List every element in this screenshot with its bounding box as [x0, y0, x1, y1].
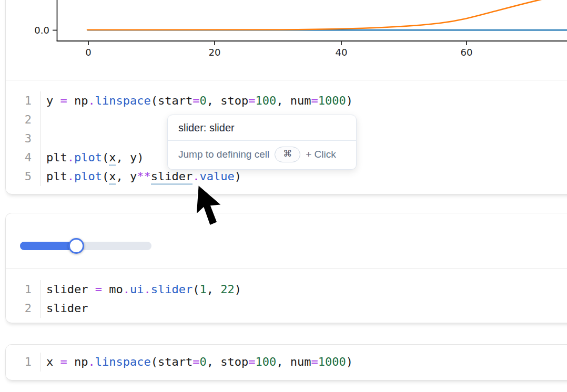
x-tick-label: 40: [336, 47, 348, 58]
cross-cell-reference[interactable]: slider: [151, 170, 193, 185]
plot-output: 0.0 0 20 40 60: [6, 0, 567, 68]
code-token: 1000: [318, 355, 346, 368]
x-tick-label: 60: [461, 47, 473, 58]
code-editor[interactable]: 1slider = mo.ui.slider(1, 22)2slider: [6, 269, 567, 318]
slider-widget[interactable]: [20, 238, 151, 254]
line-number: 1: [6, 353, 40, 372]
code-token: 100: [255, 94, 276, 107]
code-token: mo: [102, 283, 123, 296]
code-token: =: [311, 355, 318, 368]
code-token: , y: [116, 170, 137, 183]
code-token: .: [193, 170, 199, 183]
jump-to-cell-label[interactable]: Jump to defining cell: [178, 149, 269, 160]
y-tick-label: 0.0: [34, 25, 49, 36]
cell-x-definition: 1x = np.linspace(start=0, stop=100, num=…: [5, 344, 567, 380]
code-text: plt.plot(x, y**slider.value): [40, 167, 241, 186]
code-token: , num: [276, 355, 311, 368]
code-token: 1: [199, 283, 206, 296]
code-token: , stop: [207, 94, 248, 107]
code-text: plt.plot(x, y): [40, 148, 144, 167]
code-token: , num: [276, 94, 311, 107]
code-token: plt: [46, 170, 67, 183]
code-token: slider: [151, 283, 193, 296]
code-token: ui: [130, 283, 144, 296]
slider-fill: [20, 242, 73, 250]
code-token: (: [193, 283, 199, 296]
slider-thumb[interactable]: [68, 238, 84, 254]
notebook-canvas: 0.0 0 20 40 60 1y = np.linspace(start=0,…: [0, 0, 567, 392]
code-token: (: [102, 170, 109, 183]
code-token: ): [235, 170, 241, 183]
code-line[interactable]: 1x = np.linspace(start=0, stop=100, num=…: [6, 353, 567, 372]
cell-slider: 1slider = mo.ui.slider(1, 22)2slider: [5, 213, 567, 323]
code-token: =: [248, 94, 255, 107]
code-token: plot: [74, 170, 102, 183]
code-token: start: [158, 355, 193, 368]
code-token: 0: [199, 94, 206, 107]
code-token: 22: [220, 283, 235, 296]
code-text: y = np.linspace(start=0, stop=100, num=1…: [40, 91, 353, 110]
code-token: =: [311, 94, 318, 107]
code-token: linspace: [95, 355, 151, 368]
tooltip-action-row[interactable]: Jump to defining cell ⌘ + Click: [168, 141, 356, 169]
code-token: (: [151, 355, 158, 368]
code-text: slider = mo.ui.slider(1, 22): [40, 280, 241, 299]
series-line-orange: [87, 0, 553, 30]
line-number: 4: [6, 148, 40, 167]
code-line[interactable]: 5plt.plot(x, y**slider.value): [6, 167, 567, 186]
code-text: [40, 129, 46, 148]
code-token: .: [67, 170, 74, 183]
code-token: plt: [46, 151, 67, 164]
code-token: value: [199, 170, 234, 183]
code-token: **: [137, 170, 151, 183]
code-token: plot: [74, 151, 102, 164]
code-token: .: [88, 94, 95, 107]
click-hint-label: + Click: [306, 149, 336, 160]
cross-cell-reference[interactable]: x: [109, 170, 116, 185]
code-token: =: [95, 283, 102, 296]
code-token: ,: [207, 283, 221, 296]
code-token: y: [46, 94, 60, 107]
line-number: 1: [6, 91, 40, 110]
code-text: x = np.linspace(start=0, stop=100, num=1…: [40, 353, 353, 372]
code-token: 100: [255, 355, 276, 368]
code-token: .: [88, 355, 95, 368]
code-token: slider: [46, 283, 95, 296]
code-line[interactable]: 1slider = mo.ui.slider(1, 22): [6, 280, 567, 299]
code-token: 0: [199, 355, 206, 368]
code-token: x: [46, 355, 60, 368]
code-token: (: [102, 151, 109, 164]
command-key-badge: ⌘: [275, 147, 300, 162]
code-token: np: [67, 355, 88, 368]
x-tick-label: 0: [85, 47, 91, 58]
line-number: 2: [6, 110, 40, 129]
code-token: .: [144, 283, 150, 296]
cross-cell-reference[interactable]: x: [109, 151, 116, 166]
code-token: ): [235, 283, 241, 296]
code-text: slider: [40, 299, 88, 318]
code-token: =: [60, 94, 67, 107]
code-token: , y): [116, 151, 144, 164]
x-tick-label: 20: [209, 47, 221, 58]
line-number: 5: [6, 167, 40, 186]
variable-hover-tooltip: slider: slider Jump to defining cell ⌘ +…: [167, 115, 357, 170]
tooltip-title: slider: slider: [168, 115, 356, 140]
code-token: (: [151, 94, 158, 107]
matplotlib-figure: 0.0 0 20 40 60: [6, 0, 567, 68]
code-token: ): [346, 355, 353, 368]
code-editor[interactable]: 1x = np.linspace(start=0, stop=100, num=…: [6, 345, 567, 372]
code-token: 1000: [318, 94, 346, 107]
code-line[interactable]: 2slider: [6, 299, 567, 318]
code-token: =: [193, 94, 199, 107]
code-token: start: [158, 94, 193, 107]
code-token: =: [60, 355, 67, 368]
line-number: 2: [6, 299, 40, 318]
code-token: =: [248, 355, 255, 368]
code-token: slider: [46, 302, 88, 315]
line-number: 3: [6, 129, 40, 148]
code-token: .: [67, 151, 74, 164]
code-token: ): [346, 94, 353, 107]
line-number: 1: [6, 280, 40, 299]
code-line[interactable]: 1y = np.linspace(start=0, stop=100, num=…: [6, 91, 567, 110]
code-token: , stop: [207, 355, 248, 368]
